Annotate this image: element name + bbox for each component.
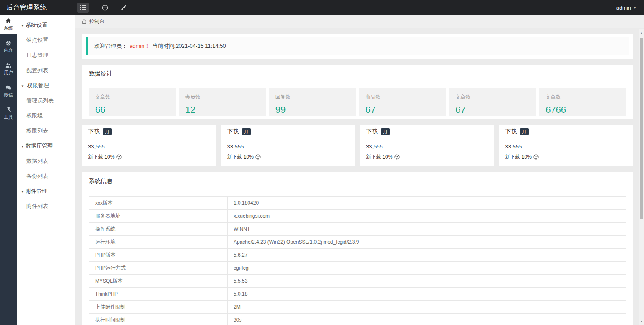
- scrollbar[interactable]: ▲ ▼: [639, 29, 644, 325]
- home-icon: [5, 18, 11, 24]
- menu-group-label: 系统设置: [26, 22, 47, 28]
- stat-label: 文章数: [95, 94, 170, 101]
- row-label: 执行时间限制: [89, 314, 228, 325]
- welcome-alert: 欢迎管理员：admin！当前时间:2021-04-15 11:14:50: [86, 37, 629, 55]
- caret-down-icon: ▼: [633, 6, 636, 10]
- sidebar-item-system[interactable]: 系统: [0, 15, 17, 34]
- sidebar-item-label: 内容: [4, 47, 13, 54]
- stat-value: 99: [275, 104, 350, 115]
- menu-item-attachment-list[interactable]: 附件列表: [17, 199, 75, 214]
- sidebar-item-content[interactable]: 内容: [0, 37, 17, 57]
- stat-value: 67: [365, 104, 440, 115]
- menu-group-attachments[interactable]: ▼附件管理: [17, 184, 75, 199]
- stat-label: 回复数: [275, 94, 350, 101]
- table-row: PHP版本5.6.27: [89, 249, 626, 262]
- menu-item-site-settings[interactable]: 站点设置: [17, 33, 75, 48]
- globe-icon: [102, 5, 108, 11]
- row-value: cgi-fcgi: [228, 262, 626, 275]
- table-row: PHP运行方式cgi-fcgi: [89, 262, 626, 275]
- breadcrumb-label[interactable]: 控制台: [89, 18, 104, 25]
- row-value: 1.0.180420: [228, 197, 626, 210]
- stat-card-replies: 回复数 99: [269, 88, 356, 116]
- download-subtext: 新下载 10%: [505, 153, 532, 161]
- breadcrumb: 控制台: [75, 15, 644, 28]
- welcome-panel: 欢迎管理员：admin！当前时间:2021-04-15 11:14:50: [82, 34, 633, 59]
- stat-card-members: 会员数 12: [179, 88, 266, 116]
- scroll-down-icon[interactable]: ▼: [639, 318, 644, 324]
- caret-down-icon: ▼: [21, 145, 24, 148]
- row-value: WINNT: [228, 223, 626, 236]
- main-content: 控制台 欢迎管理员：admin！当前时间:2021-04-15 11:14:50…: [75, 15, 644, 325]
- stat-card-articles-3: 文章数 6766: [539, 88, 626, 116]
- table-row: 操作系统WINNT: [89, 223, 626, 236]
- row-label: 操作系统: [89, 223, 228, 236]
- download-card: 下载 月 33,555 新下载 10%: [82, 125, 216, 166]
- sidebar-iconbar: 系统 内容 用户: [0, 15, 17, 325]
- stat-label: 商品数: [365, 94, 440, 101]
- menu-group-label: 权限管理: [27, 82, 49, 88]
- month-badge[interactable]: 月: [242, 128, 251, 135]
- month-badge[interactable]: 月: [520, 128, 529, 135]
- row-label: PHP版本: [89, 249, 228, 262]
- stats-panel-title: 数据统计: [82, 65, 633, 83]
- sidebar-item-label: 用户: [4, 70, 13, 76]
- menu-list-icon: [80, 5, 86, 10]
- sidebar-item-label: 微信: [4, 92, 13, 98]
- table-row: ThinkPHP5.0.18: [89, 288, 626, 301]
- sidebar-item-users[interactable]: 用户: [0, 60, 17, 79]
- brush-button[interactable]: [114, 3, 132, 13]
- smiley-icon: [533, 154, 539, 160]
- menu-item-permission-list[interactable]: 权限列表: [17, 123, 75, 138]
- smiley-icon: [116, 154, 122, 160]
- stat-value: 67: [455, 104, 530, 115]
- smiley-icon: [255, 154, 261, 160]
- user-name: admin: [616, 5, 631, 11]
- menu-group-permissions[interactable]: ▼ 权限管理: [17, 78, 75, 93]
- row-value: 5.6.27: [228, 249, 626, 262]
- download-cards-row: 下载 月 33,555 新下载 10%: [82, 125, 633, 166]
- submenu: ▼系统设置 站点设置 日志管理 配置列表 ▼ 权限管理 管理员列表 权限组 权限…: [17, 15, 75, 325]
- menu-group-database[interactable]: ▼数据库管理: [17, 138, 75, 153]
- caret-down-icon: ▼: [21, 24, 24, 28]
- globe-button[interactable]: [96, 3, 114, 13]
- menu-item-admin-list[interactable]: 管理员列表: [17, 93, 75, 108]
- sidebar-item-tools[interactable]: 工具: [0, 104, 17, 123]
- stats-panel: 数据统计 文章数 66 会员数 12 回复数 99 商品数: [82, 65, 633, 119]
- content-icon: [5, 40, 11, 46]
- stat-value: 12: [185, 104, 260, 115]
- download-card: 下载 月 33,555 新下载 10%: [221, 125, 356, 166]
- row-label: MYSQL版本: [89, 275, 228, 288]
- table-row: 运行环境Apache/2.4.23 (Win32) OpenSSL/1.0.2j…: [89, 236, 626, 249]
- menu-item-data-list[interactable]: 数据列表: [17, 153, 75, 169]
- menu-group-system-settings[interactable]: ▼系统设置: [17, 18, 75, 33]
- current-time: 当前时间:2021-04-15 11:14:50: [152, 43, 226, 49]
- sidebar-item-label: 工具: [4, 114, 13, 120]
- welcome-prefix: 欢迎管理员：: [94, 43, 127, 49]
- scroll-thumb[interactable]: [640, 38, 643, 219]
- month-badge[interactable]: 月: [381, 128, 390, 135]
- menu-item-backup-list[interactable]: 备份列表: [17, 169, 75, 184]
- caret-down-icon: ▼: [21, 84, 24, 88]
- menu-item-permission-group[interactable]: 权限组: [17, 108, 75, 123]
- user-menu[interactable]: admin ▼: [616, 5, 644, 11]
- stat-label: 会员数: [185, 94, 260, 101]
- stat-card-articles-2: 文章数 67: [449, 88, 536, 116]
- month-badge[interactable]: 月: [103, 128, 112, 135]
- menu-toggle-button[interactable]: [77, 3, 89, 13]
- users-icon: [5, 62, 11, 68]
- menu-item-log-management[interactable]: 日志管理: [17, 48, 75, 63]
- row-label: 上传附件限制: [89, 301, 228, 314]
- download-title: 下载: [505, 128, 517, 135]
- wechat-icon: [5, 85, 11, 91]
- menu-item-config-list[interactable]: 配置列表: [17, 63, 75, 78]
- download-value: 33,555: [88, 143, 210, 150]
- stat-card-articles: 文章数 66: [89, 88, 176, 116]
- row-label: 运行环境: [89, 236, 228, 249]
- sidebar-item-wechat[interactable]: 微信: [0, 82, 17, 101]
- row-label: ThinkPHP: [89, 288, 228, 301]
- row-value: Apache/2.4.23 (Win32) OpenSSL/1.0.2j mod…: [228, 236, 626, 249]
- sidebar-item-label: 系统: [4, 25, 13, 31]
- download-value: 33,555: [366, 143, 488, 150]
- table-row: 服务器地址x.xuebingsi.com: [89, 210, 626, 223]
- scroll-up-icon[interactable]: ▲: [639, 30, 644, 36]
